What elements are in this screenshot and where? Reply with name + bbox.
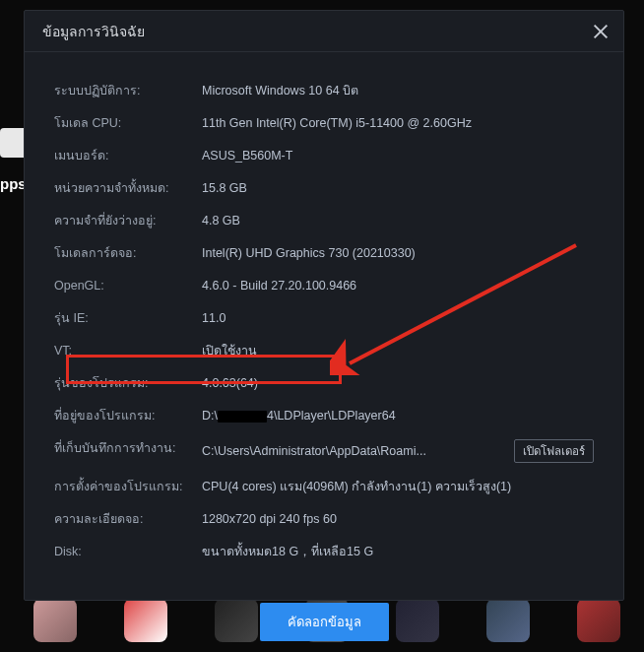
label-disk: Disk: — [54, 543, 202, 560]
diagnostic-dialog: ข้อมูลการวินิจฉัย ระบบปฏิบัติการ:Microso… — [24, 10, 624, 601]
label-opengl: OpenGL: — [54, 277, 202, 294]
label-version: รุ่นของโปรแกรม: — [54, 374, 202, 392]
row-settings: การตั้งค่าของโปรแกรม:CPU(4 cores) แรม(40… — [54, 478, 594, 495]
row-vt: VT:เปิดใช้งาน — [54, 342, 594, 359]
label-totalmem: หน่วยความจำทั้งหมด: — [54, 179, 202, 197]
dialog-footer: คัดลอกข้อมูล — [54, 575, 594, 641]
label-os: ระบบปฏิบัติการ: — [54, 82, 202, 99]
row-availmem: ความจำที่ยังว่างอยู่:4.8 GB — [54, 212, 594, 229]
label-cpu: โมเดล CPU: — [54, 114, 202, 132]
label-workdir: ที่เก็บบันทึกการทำงาน: — [54, 439, 202, 457]
label-resolution: ความละเอียดจอ: — [54, 510, 202, 528]
row-gpu: โมเดลการ์ดจอ:Intel(R) UHD Graphics 730 (… — [54, 244, 594, 262]
value-ie: 11.0 — [202, 309, 594, 327]
row-opengl: OpenGL:4.6.0 - Build 27.20.100.9466 — [54, 277, 594, 294]
installdir-prefix: D:\ — [202, 409, 218, 423]
row-disk: Disk:ขนาดทั้งหมด18 G，ที่เหลือ15 G — [54, 543, 594, 560]
value-cpu: 11th Gen Intel(R) Core(TM) i5-11400 @ 2.… — [202, 114, 594, 132]
open-folder-button[interactable]: เปิดโฟลเดอร์ — [514, 439, 594, 463]
value-workdir: C:\Users\Administrator\AppData\Roami... — [202, 442, 504, 460]
value-disk: ขนาดทั้งหมด18 G，ที่เหลือ15 G — [202, 543, 594, 560]
redacted-segment — [218, 411, 267, 423]
apps-label-fragment: pps — [0, 175, 27, 192]
label-availmem: ความจำที่ยังว่างอยู่: — [54, 212, 202, 229]
value-availmem: 4.8 GB — [202, 212, 594, 229]
row-os: ระบบปฏิบัติการ:Microsoft Windows 10 64 บ… — [54, 82, 594, 99]
value-vt: เปิดใช้งาน — [202, 342, 594, 359]
value-settings: CPU(4 cores) แรม(4096M) กำลังทำงาน(1) คว… — [202, 478, 594, 495]
value-totalmem: 15.8 GB — [202, 179, 594, 197]
row-mainboard: เมนบอร์ด:ASUS_B560M-T — [54, 147, 594, 164]
value-version: 4.0.63(64) — [202, 374, 594, 392]
installdir-suffix: 4\LDPlayer\LDPlayer64 — [267, 409, 396, 423]
row-resolution: ความละเอียดจอ:1280x720 dpi 240 fps 60 — [54, 510, 594, 528]
row-ie: รุ่น IE:11.0 — [54, 309, 594, 327]
value-opengl: 4.6.0 - Build 27.20.100.9466 — [202, 277, 594, 294]
row-workdir: ที่เก็บบันทึกการทำงาน:C:\Users\Administr… — [54, 439, 594, 463]
label-ie: รุ่น IE: — [54, 309, 202, 327]
label-installdir: ที่อยู่ของโปรแกรม: — [54, 407, 202, 424]
row-installdir: ที่อยู่ของโปรแกรม:D:\4\LDPlayer\LDPlayer… — [54, 407, 594, 424]
row-cpu: โมเดล CPU:11th Gen Intel(R) Core(TM) i5-… — [54, 114, 594, 132]
label-settings: การตั้งค่าของโปรแกรม: — [54, 478, 202, 495]
row-totalmem: หน่วยความจำทั้งหมด:15.8 GB — [54, 179, 594, 197]
label-gpu: โมเดลการ์ดจอ: — [54, 244, 202, 262]
label-mainboard: เมนบอร์ด: — [54, 147, 202, 164]
copy-info-button[interactable]: คัดลอกข้อมูล — [260, 603, 389, 641]
label-vt: VT: — [54, 342, 202, 359]
dialog-title: ข้อมูลการวินิจฉัย — [42, 21, 145, 42]
dialog-body: ระบบปฏิบัติการ:Microsoft Windows 10 64 บ… — [25, 52, 623, 652]
value-resolution: 1280x720 dpi 240 fps 60 — [202, 510, 594, 528]
value-os: Microsoft Windows 10 64 บิต — [202, 82, 594, 99]
value-installdir: D:\4\LDPlayer\LDPlayer64 — [202, 407, 594, 424]
dialog-titlebar: ข้อมูลการวินิจฉัย — [25, 11, 623, 52]
row-version: รุ่นของโปรแกรม:4.0.63(64) — [54, 374, 594, 392]
value-mainboard: ASUS_B560M-T — [202, 147, 594, 164]
close-icon[interactable] — [592, 23, 610, 40]
value-gpu: Intel(R) UHD Graphics 730 (20210330) — [202, 244, 594, 262]
